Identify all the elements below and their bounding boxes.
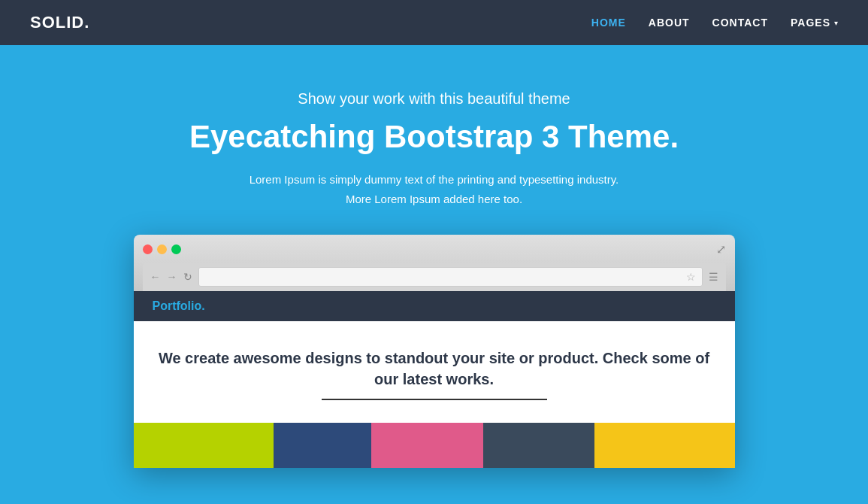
browser-star-icon: ☆ bbox=[686, 271, 696, 283]
inner-brand: Portfolio. bbox=[153, 299, 205, 313]
browser-dots bbox=[143, 244, 181, 254]
browser-forward-icon[interactable]: → bbox=[167, 271, 177, 283]
nav-link-contact[interactable]: CONTACT bbox=[712, 17, 768, 29]
browser-address-bar[interactable]: ☆ bbox=[198, 267, 703, 287]
nav-item-about[interactable]: ABOUT bbox=[649, 16, 690, 29]
nav-item-pages[interactable]: PAGES ▾ bbox=[791, 17, 838, 29]
nav-links: HOME ABOUT CONTACT PAGES ▾ bbox=[591, 16, 838, 29]
nav-link-about[interactable]: ABOUT bbox=[649, 17, 690, 29]
thumb-pink bbox=[371, 423, 483, 468]
inner-content: We create awesome designs to standout yo… bbox=[134, 321, 735, 423]
nav-link-home[interactable]: HOME bbox=[591, 17, 626, 29]
thumb-lime bbox=[134, 423, 274, 468]
browser-expand-icon[interactable]: ⤢ bbox=[716, 242, 726, 257]
browser-nav-bar: ← → ↻ ☆ ☰ bbox=[143, 263, 726, 291]
browser-menu-icon[interactable]: ☰ bbox=[709, 271, 718, 283]
browser-dot-green bbox=[171, 244, 181, 254]
browser-reload-icon[interactable]: ↻ bbox=[183, 271, 192, 283]
brand-logo[interactable]: SOLID. bbox=[30, 13, 89, 32]
browser-back-icon[interactable]: ← bbox=[150, 271, 161, 283]
inner-site: Portfolio. We create awesome designs to … bbox=[134, 291, 735, 468]
nav-link-pages[interactable]: PAGES bbox=[791, 17, 830, 29]
nav-item-home[interactable]: HOME bbox=[591, 16, 626, 29]
inner-heading: We create awesome designs to standout yo… bbox=[156, 348, 712, 390]
hero-desc-line2: More Lorem Ipsum added here too. bbox=[346, 193, 522, 205]
inner-divider bbox=[322, 399, 547, 400]
hero-desc-line1: Lorem Ipsum is simply dummy text of the … bbox=[250, 173, 619, 186]
hero-subtitle: Show your work with this beautiful theme bbox=[298, 90, 570, 108]
browser-chrome: ⤢ ← → ↻ ☆ ☰ bbox=[134, 235, 735, 291]
browser-dot-yellow bbox=[157, 244, 167, 254]
browser-mockup: ⤢ ← → ↻ ☆ ☰ Portfolio. We create awesome… bbox=[134, 235, 735, 468]
browser-top-bar: ⤢ bbox=[143, 242, 726, 257]
browser-dot-red bbox=[143, 244, 153, 254]
thumb-blue-dark bbox=[274, 423, 371, 468]
hero-section: Show your work with this beautiful theme… bbox=[0, 45, 868, 504]
chevron-down-icon: ▾ bbox=[834, 19, 838, 27]
hero-title: Eyecatching Bootstrap 3 Theme. bbox=[189, 119, 679, 155]
thumb-dark bbox=[483, 423, 595, 468]
hero-description: Lorem Ipsum is simply dummy text of the … bbox=[250, 170, 619, 208]
inner-navbar: Portfolio. bbox=[134, 291, 735, 321]
inner-thumbnails bbox=[134, 423, 735, 468]
thumb-yellow bbox=[594, 423, 734, 468]
main-navbar: SOLID. HOME ABOUT CONTACT PAGES ▾ bbox=[0, 0, 868, 45]
nav-item-contact[interactable]: CONTACT bbox=[712, 16, 768, 29]
